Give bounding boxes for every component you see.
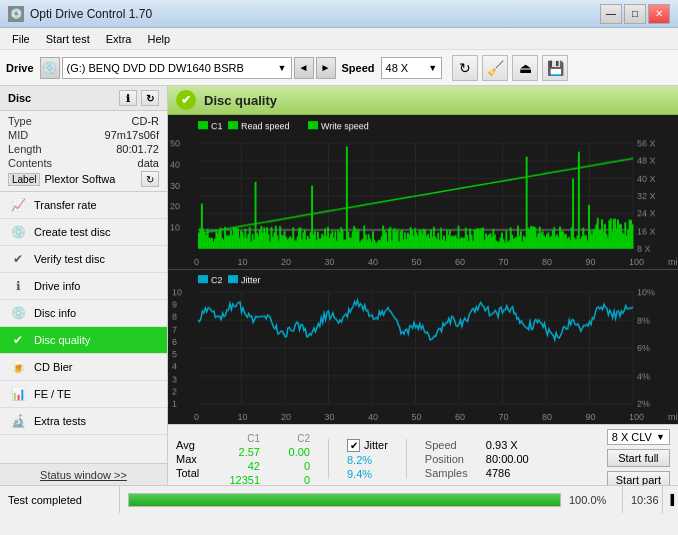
speed-value: 48 X: [386, 62, 409, 74]
toolbar-icons: ↻ 🧹 ⏏ 💾: [452, 55, 568, 81]
speed-stat-label: Speed: [425, 439, 480, 451]
sidebar-item-cd-bier[interactable]: 🍺 CD Bier: [0, 354, 167, 381]
save-button[interactable]: 💾: [542, 55, 568, 81]
sidebar-item-fe-te[interactable]: 📊 FE / TE: [0, 381, 167, 408]
max-c2: 0: [280, 460, 310, 472]
app-title: Opti Drive Control 1.70: [30, 7, 152, 21]
title-controls[interactable]: — □ ✕: [600, 4, 670, 24]
position-value: 80:00.00: [486, 453, 529, 465]
progress-area: 100.0%: [120, 489, 622, 511]
menu-start-test[interactable]: Start test: [38, 31, 98, 47]
mid-value: 97m17s06f: [105, 129, 159, 141]
chart-header-icon: ✔: [176, 90, 196, 110]
disc-type-row: Type CD-R: [8, 115, 159, 127]
bottom-chart-canvas: [168, 270, 678, 424]
speed-select[interactable]: 48 X ▼: [381, 57, 443, 79]
stats-speed-col: Speed 0.93 X Position 80:00.00 Samples 4…: [425, 439, 529, 479]
chart-bottom: [168, 270, 678, 424]
start-part-button[interactable]: Start part: [607, 471, 670, 485]
mid-label: MID: [8, 129, 28, 141]
samples-label: Samples: [425, 467, 480, 479]
avg-c2: 0.00: [280, 446, 310, 458]
clv-select[interactable]: 8 X CLV ▼: [607, 429, 670, 445]
main-layout: Disc ℹ ↻ Type CD-R MID 97m17s06f Length …: [0, 86, 678, 485]
menu-help[interactable]: Help: [139, 31, 178, 47]
disc-header-label: Disc: [8, 92, 31, 104]
start-full-button[interactable]: Start full: [607, 449, 670, 467]
contents-label: Contents: [8, 157, 52, 169]
sidebar-item-disc-info[interactable]: 💿 Disc info: [0, 300, 167, 327]
sidebar-nav: 📈 Transfer rate 💿 Create test disc ✔ Ver…: [0, 192, 167, 435]
minimize-button[interactable]: —: [600, 4, 622, 24]
sidebar: Disc ℹ ↻ Type CD-R MID 97m17s06f Length …: [0, 86, 168, 485]
stats-c1-col: C1 2.57 42 12351: [220, 433, 260, 486]
max-jitter: 9.4%: [347, 468, 388, 480]
total-c1: 12351: [220, 474, 260, 486]
cd-bier-label: CD Bier: [34, 361, 73, 373]
close-button[interactable]: ✕: [648, 4, 670, 24]
app-icon: 💿: [8, 6, 24, 22]
type-value: CD-R: [132, 115, 160, 127]
label-value: Plextor Softwa: [44, 173, 137, 185]
sidebar-item-drive-info[interactable]: ℹ Drive info: [0, 273, 167, 300]
menu-extra[interactable]: Extra: [98, 31, 140, 47]
total-c2: 0: [280, 474, 310, 486]
drive-next-button[interactable]: ►: [316, 57, 336, 79]
disc-info-nav-icon: 💿: [10, 305, 26, 321]
disc-header-icons[interactable]: ℹ ↻: [119, 90, 159, 106]
eject-button[interactable]: ⏏: [512, 55, 538, 81]
avg-jitter: 8.2%: [347, 454, 388, 466]
transfer-rate-icon: 📈: [10, 197, 26, 213]
total-label: Total: [176, 467, 208, 479]
main-content: ✔ Disc quality Avg Max: [168, 86, 678, 485]
sidebar-item-verify-test-disc[interactable]: ✔ Verify test disc: [0, 246, 167, 273]
create-test-disc-label: Create test disc: [34, 226, 110, 238]
status-bar: Test completed 100.0% 10:36 ▐: [0, 485, 678, 513]
status-end-icon: ▐: [662, 486, 678, 514]
menu-file[interactable]: File: [4, 31, 38, 47]
create-test-disc-icon: 💿: [10, 224, 26, 240]
type-label: Type: [8, 115, 32, 127]
cd-bier-icon: 🍺: [10, 359, 26, 375]
transfer-rate-label: Transfer rate: [34, 199, 97, 211]
drive-select[interactable]: (G:) BENQ DVD DD DW1640 BSRB ▼: [62, 57, 292, 79]
length-value: 80:01.72: [116, 143, 159, 155]
clv-dropdown-arrow[interactable]: ▼: [656, 432, 665, 442]
disc-info-icon[interactable]: ℹ: [119, 90, 137, 106]
title-bar-left: 💿 Opti Drive Control 1.70: [8, 6, 152, 22]
jitter-label: Jitter: [364, 439, 388, 451]
jitter-check[interactable]: ✔: [347, 439, 360, 452]
stats-c2-col: C2 0.00 0 0: [280, 433, 310, 486]
status-text: Test completed: [0, 486, 120, 513]
erase-button[interactable]: 🧹: [482, 55, 508, 81]
status-window-button[interactable]: Status window >>: [0, 463, 168, 485]
sidebar-item-extra-tests[interactable]: 🔬 Extra tests: [0, 408, 167, 435]
refresh-button[interactable]: ↻: [452, 55, 478, 81]
disc-mid-row: MID 97m17s06f: [8, 129, 159, 141]
progress-bar-fill: [129, 494, 560, 506]
label-refresh-button[interactable]: ↻: [141, 171, 159, 187]
clv-value: 8 X CLV: [612, 431, 652, 443]
samples-value: 4786: [486, 467, 510, 479]
stats-divider-2: [406, 439, 407, 479]
chart-title: Disc quality: [204, 93, 277, 108]
sidebar-item-create-test-disc[interactable]: 💿 Create test disc: [0, 219, 167, 246]
jitter-checkbox[interactable]: ✔ Jitter: [347, 439, 388, 452]
disc-refresh-icon[interactable]: ↻: [141, 90, 159, 106]
drive-dropdown-arrow[interactable]: ▼: [278, 63, 287, 73]
drive-prev-button[interactable]: ◄: [294, 57, 314, 79]
time-display: 10:36: [622, 486, 662, 513]
disc-info-section: Type CD-R MID 97m17s06f Length 80:01.72 …: [0, 111, 167, 192]
disc-info-nav-label: Disc info: [34, 307, 76, 319]
stats-jitter-col: ✔ Jitter 8.2% 9.4%: [347, 439, 388, 480]
speed-dropdown-arrow[interactable]: ▼: [428, 63, 437, 73]
sidebar-item-disc-quality[interactable]: ✔ Disc quality: [0, 327, 167, 354]
extra-tests-label: Extra tests: [34, 415, 86, 427]
progress-bar: [128, 493, 561, 507]
maximize-button[interactable]: □: [624, 4, 646, 24]
speed-label: Speed: [342, 62, 375, 74]
speed-stat-value: 0.93 X: [486, 439, 518, 451]
sidebar-item-transfer-rate[interactable]: 📈 Transfer rate: [0, 192, 167, 219]
chart-top: [168, 115, 678, 270]
fe-te-label: FE / TE: [34, 388, 71, 400]
